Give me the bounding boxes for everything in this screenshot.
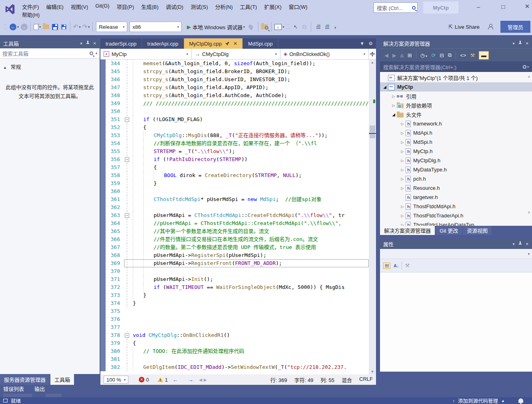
- hidden-panel-tab-错误列表[interactable]: 错误列表: [3, 385, 24, 392]
- outlining-margin[interactable]: [124, 76, 130, 84]
- solution-explorer-search-input[interactable]: 搜索解决方案资源管理器(Ctrl+;) ▾: [380, 62, 532, 72]
- close-icon[interactable]: ✕: [526, 242, 529, 246]
- code-line[interactable]: 367//的数量。第二个参数描述是否使用 UDP 传输模式，true 表示使用: [100, 243, 369, 251]
- live-share-button[interactable]: ⇱ Live Share: [448, 22, 480, 32]
- tree-item--[interactable]: ◢头文件: [380, 110, 532, 119]
- toolbar-grip[interactable]: ⋮⋮: [4, 23, 8, 31]
- navigate-home-button[interactable]: ⌂▾: [274, 22, 285, 32]
- code-line[interactable]: 347strcpy_s(Auth_login_field.AppID, APPI…: [100, 84, 369, 92]
- properties-object-select[interactable]: ▾: [380, 249, 532, 259]
- maximize-button[interactable]: □: [494, 0, 513, 13]
- home-icon[interactable]: ⌂: [400, 52, 404, 58]
- indicator-margin[interactable]: [100, 235, 106, 243]
- project-dropdown[interactable]: + MyCtp ▾: [100, 49, 192, 59]
- tree-item-thostftdcmdapi-h[interactable]: ▷ThostFtdcMdApi.h: [380, 202, 532, 211]
- minimize-button[interactable]: –: [469, 0, 488, 13]
- code-line[interactable]: 355STRTEMP = _T(".\\flow\\");: [100, 147, 369, 155]
- toolbar-overflow-button[interactable]: ‥▾: [331, 22, 340, 32]
- code-line[interactable]: 349/// /////////////////////////////////…: [100, 100, 369, 107]
- expander-icon[interactable]: ◢: [382, 85, 388, 89]
- indicator-margin[interactable]: [100, 187, 106, 195]
- indicator-margin[interactable]: [100, 251, 106, 259]
- pin-tab-icon[interactable]: [225, 41, 230, 46]
- indicator-margin[interactable]: [100, 147, 106, 155]
- indicator-margin[interactable]: [100, 155, 106, 163]
- pending-changes-filter-icon[interactable]: ◷▾: [420, 52, 427, 58]
- navigate-back-button[interactable]: ←▾: [9, 22, 20, 32]
- outlining-margin[interactable]: [124, 347, 130, 355]
- outlining-margin[interactable]: [124, 68, 130, 76]
- indicator-margin[interactable]: [100, 179, 106, 187]
- code-line[interactable]: 353CMyCtpDlg::MsgDis(888, _T("正在连接行情服务器，…: [100, 131, 369, 139]
- indicator-margin[interactable]: [100, 100, 106, 107]
- outlining-margin[interactable]: −: [124, 331, 130, 339]
- explorer-tab--[interactable]: 解决方案资源管理器: [380, 226, 435, 235]
- code-line[interactable]: 352{: [100, 123, 369, 131]
- outlining-margin[interactable]: [124, 227, 130, 235]
- outlining-margin[interactable]: −: [124, 155, 130, 163]
- outlining-margin[interactable]: [124, 299, 130, 307]
- tree-item-framework-h[interactable]: ▷framework.h: [380, 119, 532, 128]
- code-line[interactable]: 359}: [100, 179, 369, 187]
- tree-item-mdspi-h[interactable]: ▷MdSpi.h: [380, 137, 532, 147]
- tree-item--[interactable]: ▷外部依赖项: [380, 101, 532, 110]
- indicator-margin[interactable]: [100, 195, 106, 203]
- menu-x[interactable]: 扩展(X): [260, 2, 285, 12]
- collapse-region-icon[interactable]: −: [125, 213, 129, 218]
- outlining-margin[interactable]: [124, 171, 130, 179]
- expander-icon[interactable]: ▷: [399, 159, 406, 163]
- outlining-margin[interactable]: [124, 139, 130, 147]
- indicator-margin[interactable]: [100, 243, 106, 251]
- outlining-margin[interactable]: [124, 339, 130, 347]
- expander-icon[interactable]: ▷: [399, 131, 406, 135]
- outlining-margin[interactable]: [124, 147, 130, 155]
- open-file-button[interactable]: [42, 22, 50, 32]
- indicator-margin[interactable]: [100, 123, 106, 131]
- solution-platform-select[interactable]: x86▾: [130, 22, 182, 32]
- indicator-margin[interactable]: [100, 363, 106, 371]
- expander-icon[interactable]: ▷: [390, 103, 397, 107]
- document-tab-myctpdlg-cpp[interactable]: MyCtpDlg.cpp✕: [184, 38, 243, 49]
- menu-v[interactable]: 视图(V): [67, 2, 92, 12]
- alphabetical-sort-icon[interactable]: A↓: [394, 263, 399, 268]
- indicator-margin[interactable]: [100, 68, 106, 76]
- outlining-margin[interactable]: [124, 259, 130, 267]
- find-in-files-button[interactable]: [260, 22, 269, 32]
- code-line[interactable]: 361CThostFtdcMdSpi* pUserMdSpi = new MdS…: [100, 195, 369, 203]
- code-line[interactable]: 354//判断保存本地数据的目录是否存在，如果不存在，建一个 （".\\fl: [100, 139, 369, 147]
- notifications-bell-icon[interactable]: [518, 398, 523, 403]
- indicator-margin[interactable]: [100, 76, 106, 84]
- refresh-icon[interactable]: ⟳: [431, 52, 436, 58]
- code-line[interactable]: 356−if (!PathIsDirectory(STRTEMP)): [100, 155, 369, 163]
- outlining-margin[interactable]: −: [124, 115, 130, 123]
- expander-icon[interactable]: ▷: [399, 122, 406, 126]
- quick-search-box[interactable]: 搜索 (Ctrl...: [374, 2, 418, 13]
- outlining-margin[interactable]: [124, 235, 130, 243]
- code-line[interactable]: 358BOOL dirok = CreateDirectory(STRTEMP,…: [100, 171, 369, 179]
- collapse-all-icon[interactable]: ⊟: [440, 52, 444, 58]
- code-line[interactable]: 366//件是行情接口或交易接口在本地生成的流文件，后缀名为.con。流文: [100, 235, 369, 243]
- class-dropdown[interactable]: → CMyCtpDlg ▾: [192, 49, 280, 59]
- indicator-margin[interactable]: [100, 275, 106, 283]
- code-line[interactable]: 370: [100, 267, 369, 275]
- outlining-margin[interactable]: [124, 123, 130, 131]
- indicator-margin[interactable]: [100, 203, 106, 211]
- code-line[interactable]: 379{: [100, 339, 369, 347]
- indicator-margin[interactable]: [100, 355, 106, 363]
- menu-t[interactable]: 工具(T): [236, 2, 261, 12]
- expander-icon[interactable]: ▷: [399, 223, 406, 226]
- pin-icon[interactable]: [518, 241, 522, 247]
- indicator-margin[interactable]: [100, 211, 106, 219]
- tree-item-thostftdctraderapi-h[interactable]: ▷ThostFtdcTraderApi.h: [380, 211, 532, 220]
- code-line[interactable]: 381: [100, 355, 369, 363]
- code-line[interactable]: 362: [100, 203, 369, 211]
- outlining-margin[interactable]: [124, 107, 130, 115]
- active-files-dropdown-icon[interactable]: ▼: [360, 41, 364, 46]
- menu-n[interactable]: 分析(N): [212, 2, 236, 12]
- indicator-margin[interactable]: [100, 227, 106, 235]
- menu-w[interactable]: 窗口(W): [285, 2, 311, 12]
- outlining-margin[interactable]: [124, 195, 130, 203]
- outlining-margin[interactable]: −: [124, 211, 130, 219]
- view-code-icon[interactable]: <>: [460, 52, 466, 58]
- outlining-margin[interactable]: [124, 179, 130, 187]
